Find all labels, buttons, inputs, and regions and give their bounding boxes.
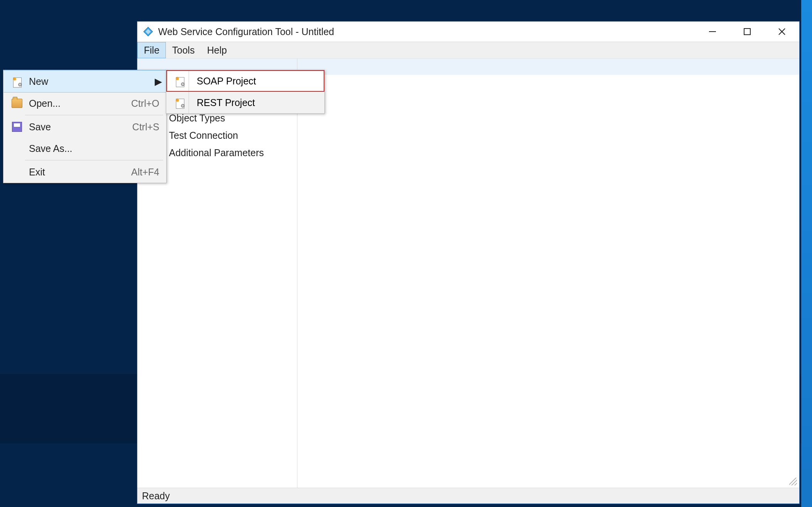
title-bar[interactable]: Web Service Configuration Tool - Untitle…	[137, 22, 799, 42]
menu-item-label: Save	[26, 121, 132, 133]
menu-item-label: New	[26, 76, 154, 87]
file-menu-save[interactable]: Save Ctrl+S	[3, 116, 166, 138]
submenu-item-label: REST Project	[189, 97, 321, 108]
tree-item-label: Additional Parameters	[169, 147, 264, 158]
new-submenu: ✸⚙ SOAP Project ✸⚙ REST Project	[166, 70, 325, 114]
tree-item-label: Test Connection	[169, 130, 238, 141]
menu-separator	[25, 115, 163, 115]
menu-item-shortcut: Ctrl+S	[132, 121, 162, 133]
status-text: Ready	[142, 490, 170, 502]
file-menu-dropdown: ✸⚙ New ▶ Open... Ctrl+O Save Ctrl+S Save…	[3, 70, 167, 183]
open-folder-icon	[8, 99, 26, 108]
new-document-icon: ✸⚙	[171, 70, 189, 92]
menu-item-shortcut: Ctrl+O	[131, 98, 162, 109]
file-menu-open[interactable]: Open... Ctrl+O	[3, 93, 166, 114]
save-icon	[8, 122, 26, 132]
menu-bar: File Tools Help	[137, 42, 799, 59]
close-button[interactable]	[765, 22, 799, 42]
status-bar: Ready	[137, 488, 799, 504]
new-document-icon: ✸⚙	[171, 92, 189, 113]
maximize-button[interactable]	[730, 22, 765, 42]
desktop-background: Web Service Configuration Tool - Untitle…	[0, 0, 812, 507]
menu-item-shortcut: Alt+F4	[131, 167, 162, 178]
menu-help[interactable]: Help	[201, 42, 233, 58]
tree-item-label: Object Types	[169, 113, 225, 124]
client-area: Object Types ✓ Test Connection Additiona…	[137, 59, 799, 488]
app-icon	[143, 26, 154, 37]
new-document-icon: ✸⚙	[8, 76, 26, 87]
submenu-arrow-icon: ▶	[154, 76, 162, 87]
file-menu-save-as[interactable]: Save As...	[3, 138, 166, 159]
menu-tools[interactable]: Tools	[166, 42, 201, 58]
menu-separator	[25, 160, 163, 160]
minimize-button[interactable]	[695, 22, 730, 42]
svg-rect-3	[744, 29, 750, 35]
resize-grip-icon[interactable]	[789, 478, 797, 485]
file-menu-new[interactable]: ✸⚙ New ▶	[3, 70, 166, 93]
detail-panel	[297, 59, 799, 488]
menu-item-label: Open...	[26, 98, 131, 109]
new-soap-project[interactable]: ✸⚙ SOAP Project	[166, 70, 324, 92]
new-rest-project[interactable]: ✸⚙ REST Project	[166, 92, 324, 113]
menu-item-label: Exit	[26, 167, 131, 178]
menu-item-label: Save As...	[26, 143, 162, 154]
file-menu-exit[interactable]: Exit Alt+F4	[3, 161, 166, 183]
detail-toolbar-strip	[297, 59, 799, 75]
window-title: Web Service Configuration Tool - Untitle…	[158, 26, 334, 37]
submenu-item-label: SOAP Project	[189, 76, 321, 87]
menu-file[interactable]: File	[137, 42, 166, 58]
window-controls	[695, 22, 799, 42]
